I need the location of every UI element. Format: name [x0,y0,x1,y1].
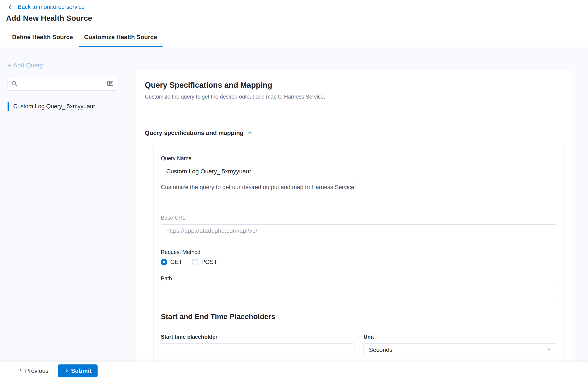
query-sidebar: + Add Query Custom Log Query_i5xmyyuaur [0,47,136,380]
radio-post-label: POST [201,259,217,266]
path-input[interactable] [161,285,557,298]
query-helper-text: Customize the query to get our desired o… [161,184,557,191]
form-divider [161,200,557,200]
base-url-input [161,224,557,237]
previous-button[interactable]: Previous [18,367,49,374]
page: Back to monitored service Add New Health… [0,0,588,380]
list-view-toggle-icon[interactable] [107,80,114,88]
arrow-left-icon [7,3,14,10]
top-header: Back to monitored service Add New Health… [0,0,588,28]
tab-customize-health-source[interactable]: Customize Health Source [79,28,163,47]
previous-button-label: Previous [25,367,49,374]
time-placeholders-heading: Start and End Time Placeholders [161,312,557,321]
start-time-label: Start time placeholder [161,334,354,340]
back-link-label: Back to monitored service [18,4,85,10]
chevron-up-icon [247,130,253,136]
section-title: Query specifications and mapping [145,130,243,136]
add-query-button[interactable]: + Add Query [8,62,43,69]
search-icon [11,80,17,87]
request-method-label: Request Method [161,249,557,255]
tab-define-health-source[interactable]: Define Health Source [6,28,79,47]
query-list-item[interactable]: Custom Log Query_i5xmyyuaur [8,102,120,111]
query-name-label: Query Name [161,155,557,161]
radio-option-post[interactable]: POST [192,259,217,266]
tab-bar: Define Health Source Customize Health So… [0,28,588,47]
wizard-footer: Previous Submit [0,362,588,380]
panel-subtitle: Customize the query to get the desired o… [145,94,564,108]
query-item-label: Custom Log Query_i5xmyyuaur [13,103,95,110]
base-url-label: Base URL [161,215,557,221]
radio-get-label: GET [170,259,182,266]
radio-option-get[interactable]: GET [161,259,182,266]
section-toggle-query-specifications[interactable]: Query specifications and mapping [145,130,253,136]
unit-select[interactable]: Seconds [363,343,557,357]
panel-title: Query Specifications and Mapping [145,81,564,90]
add-query-label: Add Query [13,62,43,69]
radio-post-control [192,259,198,266]
query-search-box [8,77,117,91]
page-title: Add New Health Source [6,14,588,22]
plus-icon: + [8,62,12,69]
unit-select-value: Seconds [369,346,392,353]
query-form-card: Query Name Customize the query to get ou… [154,143,565,380]
chevron-right-icon [64,367,69,374]
radio-get-control [161,259,167,266]
content-area: + Add Query Custom Log Query_i5xmyyuaur … [0,47,588,380]
request-method-options: GET POST [161,259,557,266]
submit-button-label: Submit [71,367,91,374]
panel-body: Query specifications and mapping Query N… [136,108,573,380]
back-link[interactable]: Back to monitored service [6,3,588,10]
chevron-left-icon [18,367,23,374]
path-label: Path [161,275,557,282]
unit-label: Unit [363,334,557,340]
submit-button[interactable]: Submit [58,364,98,377]
start-time-input[interactable] [161,343,354,357]
panel-header: Query Specifications and Mapping Customi… [136,70,573,108]
query-search-input[interactable] [20,81,107,87]
chevron-down-icon [546,346,552,354]
query-mapping-panel: Query Specifications and Mapping Customi… [136,70,573,380]
query-name-input[interactable] [161,165,359,178]
